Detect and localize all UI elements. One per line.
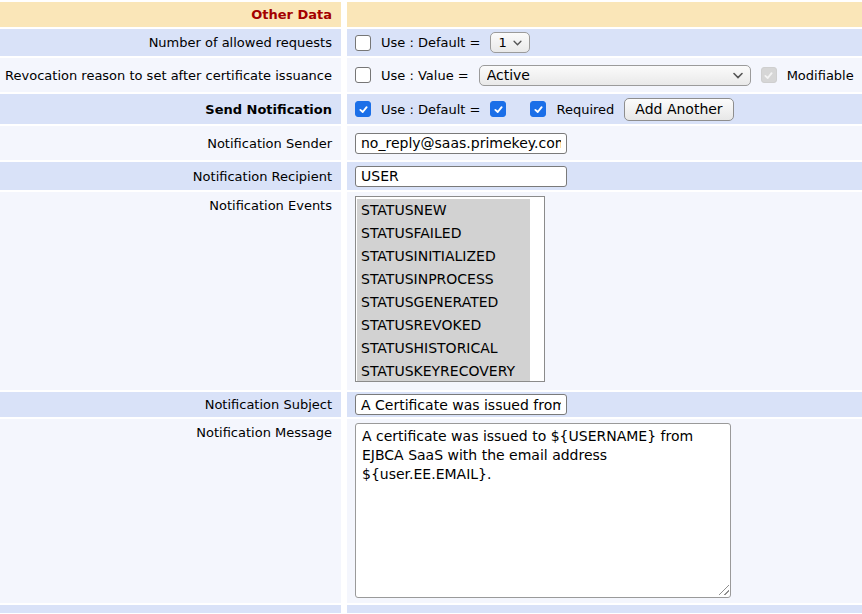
check-icon [493, 104, 504, 115]
form-table: Other Data Number of allowed requests Us… [0, 0, 862, 613]
event-option[interactable]: STATUSNEW [357, 199, 530, 222]
notification-message-textarea[interactable]: A certificate was issued to ${USERNAME} … [355, 423, 731, 598]
notification-sender-label: Notification Sender [207, 136, 332, 151]
event-option[interactable]: STATUSINPROCESS [357, 268, 530, 291]
section-header-cell-right [347, 2, 862, 27]
event-option[interactable]: STATUSGENERATED [357, 291, 530, 314]
notification-sender-label-cell: Notification Sender [0, 126, 341, 160]
notification-subject-label-cell: Notification Subject [0, 392, 341, 417]
event-option[interactable]: STATUSKEYRECOVERY [357, 360, 530, 382]
allowed-requests-default-select[interactable]: 1 [490, 32, 530, 53]
notification-sender-input[interactable] [355, 133, 567, 154]
notification-message-value-cell: A certificate was issued to ${USERNAME} … [347, 419, 862, 603]
send-notification-label-cell: Send Notification [0, 94, 341, 124]
allowed-requests-label: Number of allowed requests [149, 35, 332, 50]
notification-recipient-label: Notification Recipient [193, 169, 332, 184]
add-another-button[interactable]: Add Another [624, 98, 733, 121]
notification-recipient-value-cell [347, 162, 862, 190]
next-row-label-cell [0, 605, 341, 613]
allowed-requests-value-cell: Use : Default = 1 [347, 29, 862, 56]
selected-value: 1 [498, 35, 507, 50]
use-default-label: Use : Default = [381, 35, 480, 50]
revocation-reason-label: Revocation reason to set after certifica… [5, 68, 332, 83]
next-row-value-cell [347, 605, 862, 613]
event-option[interactable]: STATUSFAILED [357, 222, 530, 245]
check-icon [533, 104, 544, 115]
event-option[interactable]: STATUSREVOKED [357, 314, 530, 337]
required-label: Required [556, 102, 614, 117]
notification-sender-value-cell [347, 126, 862, 160]
allowed-requests-use-checkbox[interactable] [355, 35, 371, 51]
notification-required-checkbox[interactable] [530, 101, 546, 117]
event-option[interactable]: STATUSHISTORICAL [357, 337, 530, 360]
chevron-down-icon [513, 40, 522, 46]
use-value-label: Use : Value = [381, 68, 469, 83]
check-icon [763, 70, 774, 81]
notification-use-checkbox[interactable] [355, 101, 371, 117]
selected-value: Active [487, 67, 727, 83]
notification-default-checkbox[interactable] [490, 101, 506, 117]
send-notification-label: Send Notification [205, 102, 332, 117]
event-option[interactable]: STATUSINITIALIZED [357, 245, 530, 268]
notification-subject-input[interactable] [355, 394, 567, 415]
section-title: Other Data [251, 7, 332, 22]
notification-subject-label: Notification Subject [205, 397, 332, 412]
modifiable-checkbox [761, 67, 777, 83]
check-icon [358, 104, 369, 115]
notification-message-wrap: A certificate was issued to ${USERNAME} … [355, 423, 731, 598]
use-default-label: Use : Default = [381, 102, 480, 117]
notification-events-value-cell: STATUSNEWSTATUSFAILEDSTATUSINITIALIZEDST… [347, 192, 862, 390]
allowed-requests-label-cell: Number of allowed requests [0, 29, 341, 56]
notification-events-label-cell: Notification Events [0, 192, 341, 390]
other-data-form: Other Data Number of allowed requests Us… [0, 0, 862, 614]
notification-subject-value-cell [347, 392, 862, 417]
chevron-down-icon [733, 72, 743, 79]
modifiable-label: Modifiable [787, 68, 854, 83]
notification-recipient-input[interactable] [355, 166, 567, 187]
notification-events-listbox[interactable]: STATUSNEWSTATUSFAILEDSTATUSINITIALIZEDST… [355, 196, 545, 382]
send-notification-value-cell: Use : Default = Required Add Another [347, 94, 862, 124]
notification-recipient-label-cell: Notification Recipient [0, 162, 341, 190]
revocation-reason-label-cell: Revocation reason to set after certifica… [0, 58, 341, 92]
notification-events-label: Notification Events [209, 198, 332, 213]
notification-message-label: Notification Message [196, 425, 332, 440]
revocation-reason-value-cell: Use : Value = Active Modifiable [347, 58, 862, 92]
notification-message-label-cell: Notification Message [0, 419, 341, 603]
revocation-reason-select[interactable]: Active [479, 65, 751, 86]
section-header-cell: Other Data [0, 2, 341, 27]
revocation-use-checkbox[interactable] [355, 67, 371, 83]
